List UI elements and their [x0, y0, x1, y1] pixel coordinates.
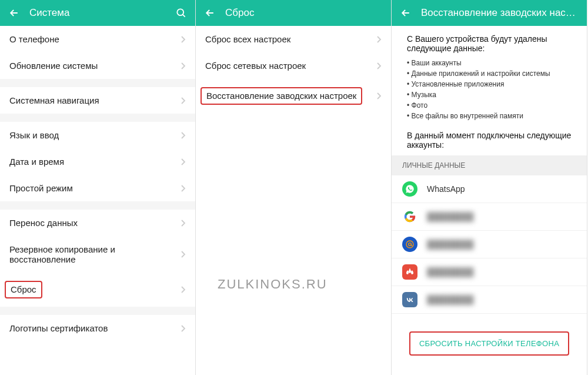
chevron-right-icon	[180, 184, 186, 193]
system-list: О телефонеОбновление системыСистемная на…	[0, 26, 195, 375]
list-item[interactable]: Язык и ввод	[0, 122, 195, 148]
item-label: О телефоне	[9, 34, 180, 44]
account-label: WhatsApp	[427, 184, 465, 194]
reset-button-wrap: СБРОСИТЬ НАСТРОЙКИ ТЕЛЕФОНА	[392, 314, 587, 367]
bullet-item: Данные приложений и настройки системы	[407, 68, 576, 79]
chevron-right-icon	[180, 324, 186, 333]
huawei-icon	[402, 264, 417, 280]
vk-icon	[402, 292, 417, 307]
item-label: Логотипы сертификатов	[9, 323, 180, 333]
list-item[interactable]: Резервное копирование и восстановление	[0, 236, 195, 273]
list-item[interactable]: Сброс всех настроек	[196, 26, 391, 52]
svg-point-0	[177, 9, 183, 15]
header-factory-reset: Восстановление заводских настроек	[392, 0, 587, 26]
list-item[interactable]: Простой режим	[0, 175, 195, 201]
mail-icon	[402, 237, 417, 252]
bullet-item: Установленные приложения	[407, 79, 576, 89]
section-gap	[0, 201, 195, 210]
account-row[interactable]: ████████	[392, 286, 587, 314]
item-label: Обновление системы	[9, 61, 180, 71]
chevron-right-icon	[180, 131, 186, 140]
intro-text: С Вашего устройства будут удалены следую…	[392, 26, 587, 57]
header-title: Сброс	[225, 7, 384, 19]
search-icon[interactable]	[174, 6, 188, 20]
item-label: Системная навигация	[9, 95, 180, 105]
header-reset: Сброс	[196, 0, 391, 26]
item-label: Сброс всех настроек	[205, 34, 376, 44]
section-gap	[0, 307, 195, 315]
chevron-right-icon	[180, 285, 186, 294]
section-header-personal: ЛИЧНЫЕ ДАННЫЕ	[392, 155, 587, 175]
section-gap	[0, 114, 195, 122]
list-item[interactable]: Восстановление заводских настроек	[196, 79, 391, 113]
svg-point-2	[409, 243, 412, 246]
back-icon[interactable]	[7, 6, 21, 20]
item-label: Простой режим	[9, 183, 180, 193]
header-system: Система	[0, 0, 195, 26]
chevron-right-icon	[376, 35, 382, 44]
panel-reset: Сброс Сброс всех настроекСброс сетевых н…	[196, 0, 392, 375]
account-label: ████████	[427, 295, 473, 304]
list-item[interactable]: Сброс сетевых настроек	[196, 52, 391, 79]
reset-button[interactable]: СБРОСИТЬ НАСТРОЙКИ ТЕЛЕФОНА	[412, 334, 566, 353]
header-title: Система	[29, 7, 174, 19]
account-row[interactable]: ████████	[392, 203, 587, 231]
account-label: ████████	[427, 267, 473, 277]
chevron-right-icon	[180, 157, 186, 167]
list-item[interactable]: Логотипы сертификатов	[0, 315, 195, 341]
reset-button-highlight: СБРОСИТЬ НАСТРОЙКИ ТЕЛЕФОНА	[409, 331, 569, 356]
list-item[interactable]: Перенос данных	[0, 210, 195, 236]
account-row[interactable]: ████████	[392, 231, 587, 258]
factory-reset-content: С Вашего устройства будут удалены следую…	[392, 26, 587, 375]
item-label: Сброс сетевых настроек	[205, 61, 376, 71]
list-item[interactable]: Сброс	[0, 273, 195, 307]
deletion-list: Ваши аккаунтыДанные приложений и настрой…	[392, 57, 587, 126]
account-row[interactable]: WhatsApp	[392, 175, 587, 203]
panel-factory-reset: Восстановление заводских настроек С Ваше…	[392, 0, 587, 375]
section-gap	[0, 79, 195, 87]
item-label: Восстановление заводских настроек	[206, 91, 356, 101]
account-label: ████████	[427, 212, 473, 221]
accounts-list: WhatsApp████████████████████████████████	[392, 175, 587, 314]
watermark: ZULKINOKS.RU	[218, 277, 328, 292]
google-icon	[402, 209, 417, 224]
reset-list: Сброс всех настроекСброс сетевых настрое…	[196, 26, 391, 375]
panel-system: Система О телефонеОбновление системыСист…	[0, 0, 196, 375]
list-item[interactable]: Дата и время	[0, 148, 195, 175]
chevron-right-icon	[180, 61, 186, 71]
item-label: Резервное копирование и восстановление	[9, 244, 180, 264]
chevron-right-icon	[180, 250, 186, 259]
whatsapp-icon	[402, 181, 417, 197]
chevron-right-icon	[180, 96, 186, 105]
item-label: Язык и ввод	[9, 130, 180, 140]
bullet-item: Музыка	[407, 89, 576, 100]
item-label: Сброс	[11, 284, 36, 294]
accounts-note: В данный момент подключены следующие акк…	[392, 126, 587, 155]
chevron-right-icon	[180, 218, 186, 228]
bullet-item: Все файлы во внутренней памяти	[407, 111, 576, 121]
back-icon[interactable]	[203, 6, 217, 20]
header-title: Восстановление заводских настроек	[421, 7, 580, 19]
list-item[interactable]: Системная навигация	[0, 87, 195, 114]
chevron-right-icon	[180, 35, 186, 44]
account-label: ████████	[427, 240, 473, 249]
list-item[interactable]: О телефоне	[0, 26, 195, 52]
svg-point-1	[406, 241, 413, 248]
item-label: Перенос данных	[9, 218, 180, 228]
item-label: Дата и время	[9, 157, 180, 167]
bullet-item: Ваши аккаунты	[407, 58, 576, 68]
chevron-right-icon	[376, 61, 382, 71]
list-item[interactable]: Обновление системы	[0, 52, 195, 79]
back-icon[interactable]	[399, 6, 413, 20]
account-row[interactable]: ████████	[392, 258, 587, 286]
chevron-right-icon	[376, 91, 382, 101]
bullet-item: Фото	[407, 100, 576, 111]
